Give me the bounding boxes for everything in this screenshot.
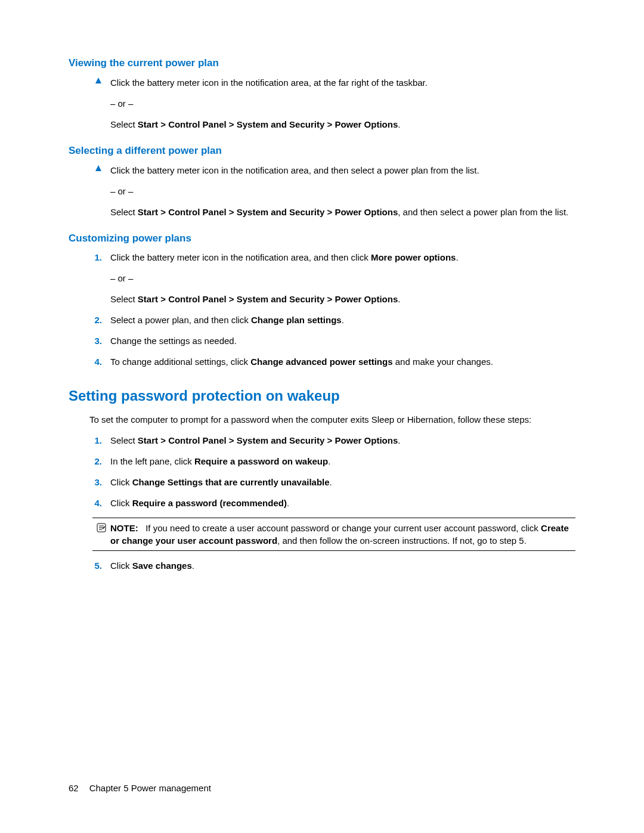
paragraph-text: Select Start > Control Panel > System an…: [110, 293, 575, 305]
text-fragment: .: [398, 294, 400, 304]
svg-marker-1: [95, 165, 101, 171]
text-fragment: Click: [110, 561, 132, 571]
text-fragment: .: [330, 477, 332, 487]
document-page: Viewing the current power plan Click the…: [0, 0, 644, 833]
text-bold: Change advanced power settings: [250, 357, 392, 367]
note-icon: [92, 522, 110, 532]
paragraph-text: Select Start > Control Panel > System an…: [110, 206, 575, 218]
note-label: NOTE:: [110, 523, 138, 533]
list-number: 2.: [69, 314, 102, 326]
text-fragment: Select: [110, 119, 138, 129]
text-fragment: To change additional settings, click: [110, 357, 250, 367]
section-password-protection: Setting password protection on wakeup To…: [69, 386, 575, 572]
list-text: Change the settings as needed.: [110, 335, 575, 347]
or-text: – or –: [110, 97, 575, 110]
page-number: 62: [69, 783, 79, 793]
list-number: 2.: [69, 455, 102, 467]
bullet-marker: [69, 76, 102, 84]
text-fragment: .: [342, 315, 344, 325]
section-customizing-plans: Customizing power plans 1. Click the bat…: [69, 231, 575, 368]
list-number: 1.: [69, 251, 102, 264]
list-number: 3.: [69, 476, 102, 488]
paragraph-text: Select Start > Control Panel > System an…: [110, 118, 575, 131]
text-fragment: Click: [110, 477, 132, 487]
list-number: 5.: [69, 559, 102, 572]
heading-viewing: Viewing the current power plan: [69, 56, 575, 70]
list-item: 3. Click Change Settings that are curren…: [69, 476, 575, 488]
text-bold: Require a password on wakeup: [194, 456, 328, 466]
list-item: 5. Click Save changes.: [69, 559, 575, 572]
note-box: NOTE: If you need to create a user accou…: [92, 518, 575, 551]
text-bold: Start > Control Panel > System and Secur…: [138, 435, 398, 445]
heading-customizing: Customizing power plans: [69, 231, 575, 246]
text-fragment: , and then follow the on-screen instruct…: [277, 535, 527, 546]
intro-text: To set the computer to prompt for a pass…: [89, 413, 575, 426]
section-viewing-current-plan: Viewing the current power plan Click the…: [69, 56, 575, 131]
svg-marker-0: [95, 78, 101, 83]
list-number: 4.: [69, 355, 102, 368]
text-bold: Require a password (recommended): [132, 498, 287, 508]
list-text: To change additional settings, click Cha…: [110, 355, 575, 368]
text-fragment: If you need to create a user account pas…: [145, 523, 541, 533]
text-fragment: Select: [110, 294, 138, 304]
heading-password-protection: Setting password protection on wakeup: [69, 386, 575, 406]
paragraph-text: Click the battery meter icon in the noti…: [110, 76, 575, 89]
list-text: Select Start > Control Panel > System an…: [110, 434, 575, 447]
list-text: Click Change Settings that are currently…: [110, 476, 575, 488]
list-item: 4. Click Require a password (recommended…: [69, 497, 575, 509]
list-text: In the left pane, click Require a passwo…: [110, 455, 575, 467]
list-text: Select a power plan, and then click Chan…: [110, 314, 575, 326]
text-bold: Start > Control Panel > System and Secur…: [138, 294, 398, 304]
section-selecting-different-plan: Selecting a different power plan Click t…: [69, 144, 575, 218]
text-bold: More power options: [371, 252, 456, 262]
text-fragment: .: [398, 119, 400, 129]
text-bold: Change Settings that are currently unava…: [132, 477, 330, 487]
text-bold: Save changes: [132, 561, 192, 571]
text-fragment: Click: [110, 498, 132, 508]
list-text: Click the battery meter icon in the noti…: [110, 251, 575, 264]
paragraph-text: Click the battery meter icon in the noti…: [110, 164, 575, 176]
list-number: 1.: [69, 434, 102, 447]
bullet-marker: [69, 164, 102, 172]
text-bold: Change plan settings: [251, 315, 342, 325]
or-text: – or –: [110, 185, 575, 197]
text-fragment: .: [328, 456, 330, 466]
list-text: Click Require a password (recommended).: [110, 497, 575, 509]
text-fragment: In the left pane, click: [110, 456, 194, 466]
list-item: 3. Change the settings as needed.: [69, 335, 575, 347]
triangle-icon: [95, 77, 102, 84]
list-item: 1. Select Start > Control Panel > System…: [69, 434, 575, 447]
text-bold: Start > Control Panel > System and Secur…: [138, 119, 398, 129]
bullet-row: Click the battery meter icon in the noti…: [69, 164, 575, 176]
list-item: 2. Select a power plan, and then click C…: [69, 314, 575, 326]
list-number: 4.: [69, 497, 102, 509]
text-bold: Start > Control Panel > System and Secur…: [138, 207, 398, 217]
or-text: – or –: [110, 272, 575, 284]
list-number: 3.: [69, 335, 102, 347]
text-fragment: .: [398, 435, 400, 445]
text-fragment: Select a power plan, and then click: [110, 315, 251, 325]
text-fragment: , and then select a power plan from the …: [398, 207, 568, 217]
text-fragment: and make your changes.: [393, 357, 493, 367]
list-item: 1. Click the battery meter icon in the n…: [69, 251, 575, 264]
text-fragment: Select: [110, 435, 138, 445]
list-text: Click Save changes.: [110, 559, 575, 572]
chapter-label: Chapter 5 Power management: [89, 783, 211, 793]
list-item: 2. In the left pane, click Require a pas…: [69, 455, 575, 467]
text-fragment: Click the battery meter icon in the noti…: [110, 252, 371, 262]
list-item: 4. To change additional settings, click …: [69, 355, 575, 368]
page-footer: 62Chapter 5 Power management: [69, 782, 211, 794]
text-fragment: .: [287, 498, 289, 508]
text-fragment: Select: [110, 207, 138, 217]
triangle-icon: [95, 165, 102, 172]
text-fragment: .: [456, 252, 458, 262]
text-fragment: .: [192, 561, 194, 571]
note-text: NOTE: If you need to create a user accou…: [110, 522, 575, 547]
bullet-row: Click the battery meter icon in the noti…: [69, 76, 575, 89]
heading-selecting: Selecting a different power plan: [69, 144, 575, 158]
